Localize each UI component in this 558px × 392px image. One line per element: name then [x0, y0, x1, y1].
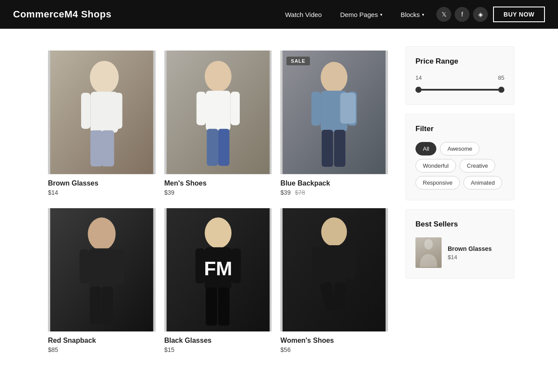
twitter-icon[interactable]: 𝕏 — [436, 7, 451, 22]
chevron-down-icon: ▾ — [422, 12, 424, 17]
best-sellers-title: Best Sellers — [415, 220, 504, 229]
product-card[interactable]: Women's Shoes $56 — [276, 204, 392, 362]
product-card[interactable]: SALE Blue Backpack $39 $78 — [276, 46, 392, 204]
price-range-values: 14 85 — [415, 74, 504, 81]
product-image: FM — [164, 208, 272, 332]
filter-tag-animated[interactable]: Animated — [463, 176, 502, 189]
filter-tags: AllAwesomeWonderfulCreativeResponsiveAni… — [415, 142, 504, 189]
product-image-bg — [48, 208, 156, 332]
price-range-section: Price Range 14 85 — [405, 46, 514, 105]
product-image: SALE — [280, 51, 388, 174]
svg-rect-27 — [90, 286, 101, 324]
svg-point-30 — [204, 217, 231, 248]
product-info: Brown Glasses $14 — [48, 174, 156, 199]
range-fill — [415, 89, 504, 91]
product-price: $39 $78 — [280, 189, 388, 196]
svg-rect-13 — [218, 129, 229, 166]
product-image — [280, 208, 388, 332]
best-seller-name: Brown Glasses — [448, 245, 492, 252]
sidebar: Price Range 14 85 Filter AllAwesomeWonde… — [405, 46, 514, 361]
product-price: $14 — [48, 189, 156, 196]
range-thumb-left[interactable] — [415, 87, 422, 93]
svg-rect-11 — [230, 92, 239, 125]
buy-now-button[interactable]: BUY NOW — [493, 7, 545, 22]
svg-rect-20 — [334, 130, 346, 167]
svg-rect-4 — [113, 93, 122, 129]
svg-rect-40 — [313, 246, 322, 279]
product-price: $39 — [164, 189, 272, 196]
svg-rect-24 — [89, 248, 115, 288]
best-seller-item[interactable]: Brown Glasses $14 — [415, 237, 504, 268]
page-content: Brown Glasses $14 Men's Shoes $39 — [0, 29, 558, 378]
svg-rect-35 — [206, 287, 217, 325]
product-name: Black Glasses — [164, 337, 272, 345]
price-range-max: 85 — [498, 74, 504, 81]
price-range-min: 14 — [415, 74, 422, 81]
product-card[interactable]: Men's Shoes $39 — [160, 46, 276, 204]
product-card[interactable]: Brown Glasses $14 — [44, 46, 160, 204]
svg-rect-28 — [102, 286, 113, 324]
nav-demo-pages[interactable]: Demo Pages ▾ — [333, 7, 389, 22]
product-image-bg — [280, 208, 388, 332]
range-track — [415, 89, 504, 91]
svg-point-1 — [90, 61, 119, 94]
svg-rect-9 — [206, 91, 231, 131]
svg-rect-17 — [312, 92, 321, 126]
nav-watch-video[interactable]: Watch Video — [278, 7, 329, 22]
svg-text:FM: FM — [204, 257, 232, 279]
svg-rect-3 — [81, 93, 90, 129]
person-silhouette-icon — [415, 237, 442, 268]
best-seller-price: $14 — [448, 254, 492, 260]
facebook-icon[interactable]: f — [455, 7, 470, 22]
product-name: Red Snapback — [48, 337, 156, 345]
product-name: Women's Shoes — [280, 337, 388, 345]
filter-tag-all[interactable]: All — [415, 142, 436, 155]
filter-section: Filter AllAwesomeWonderfulCreativeRespon… — [405, 114, 514, 200]
nav-blocks[interactable]: Blocks ▾ — [394, 7, 431, 22]
nav-links: Watch Video Demo Pages ▾ Blocks ▾ — [278, 7, 431, 22]
product-name: Brown Glasses — [48, 179, 156, 187]
sale-badge: SALE — [286, 57, 310, 65]
best-seller-thumbnail — [415, 237, 442, 268]
product-card[interactable]: Red Snapback $85 — [44, 204, 160, 362]
product-info: Red Snapback $85 — [48, 331, 156, 357]
product-price: $56 — [280, 346, 388, 353]
product-card[interactable]: FM Black Glasses $15 — [160, 204, 276, 362]
product-info: Black Glasses $15 — [164, 331, 272, 357]
product-image — [48, 208, 156, 332]
filter-tag-responsive[interactable]: Responsive — [415, 176, 460, 189]
filter-tag-wonderful[interactable]: Wonderful — [415, 159, 456, 172]
svg-rect-39 — [322, 245, 347, 284]
svg-rect-6 — [102, 130, 114, 166]
product-name: Men's Shoes — [164, 179, 272, 187]
best-sellers-section: Best Sellers Brown Glasses $14 — [405, 209, 514, 279]
product-grid: Brown Glasses $14 Men's Shoes $39 — [44, 46, 392, 361]
product-image — [164, 51, 272, 174]
chevron-down-icon: ▾ — [380, 12, 382, 17]
social-links: 𝕏 f ◈ — [436, 7, 488, 22]
range-thumb-right[interactable] — [498, 87, 504, 93]
product-info: Blue Backpack $39 $78 — [280, 174, 388, 199]
svg-rect-25 — [80, 249, 89, 283]
svg-rect-5 — [90, 130, 102, 166]
product-info: Men's Shoes $39 — [164, 174, 272, 199]
site-logo[interactable]: CommerceM4 Shops — [13, 9, 112, 20]
filter-tag-awesome[interactable]: Awesome — [440, 142, 480, 155]
svg-rect-12 — [207, 129, 218, 166]
svg-rect-21 — [340, 93, 356, 124]
best-seller-info: Brown Glasses $14 — [448, 245, 492, 260]
svg-rect-26 — [115, 249, 124, 283]
price-range-title: Price Range — [415, 57, 504, 66]
navbar: CommerceM4 Shops Watch Video Demo Pages … — [0, 0, 558, 29]
filter-tag-creative[interactable]: Creative — [459, 159, 495, 172]
product-price: $85 — [48, 346, 156, 353]
svg-point-8 — [204, 61, 231, 92]
product-info: Women's Shoes $56 — [280, 331, 388, 357]
product-image-bg — [164, 51, 272, 174]
product-image-bg — [48, 51, 156, 174]
svg-rect-33 — [195, 248, 204, 283]
svg-rect-36 — [218, 287, 229, 325]
instagram-icon[interactable]: ◈ — [473, 7, 488, 22]
filter-title: Filter — [415, 125, 504, 133]
svg-rect-41 — [347, 246, 356, 279]
